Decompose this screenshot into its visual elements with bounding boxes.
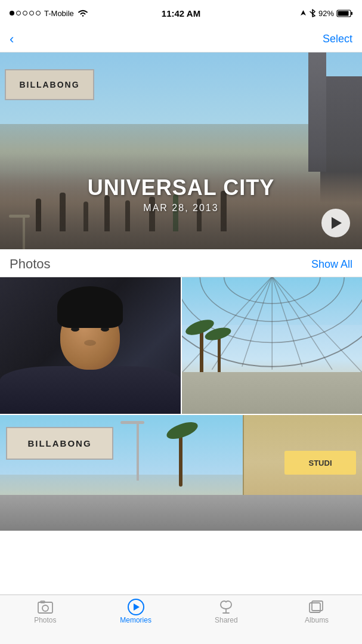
wide-lamp: [131, 421, 144, 484]
svg-line-9: [242, 277, 271, 367]
photo-grid-top: [0, 277, 362, 414]
svg-line-11: [272, 277, 302, 367]
photos-section: Photos Show All: [0, 249, 362, 531]
tab-photos-label: Photos: [34, 616, 56, 624]
wide-background: BILLABONG STUDI: [0, 415, 362, 531]
studio-text: STUDI: [309, 459, 332, 467]
wide-billboard: BILLABONG: [6, 427, 113, 460]
svg-point-16: [42, 605, 48, 611]
battery-icon: [337, 10, 352, 17]
signal-dots: [10, 11, 41, 16]
hero-image: BILLABONG UNIVERSAL CITY MAR 28, 2013: [0, 52, 362, 249]
carrier-label: T-Mobile: [44, 9, 74, 18]
shared-tab-icon: [218, 600, 234, 614]
photos-label: Photos: [10, 256, 51, 272]
svg-rect-1: [351, 12, 353, 15]
signal-dot-4: [29, 11, 34, 16]
signal-dot-1: [10, 11, 14, 16]
wide-billboard-text: BILLABONG: [27, 438, 91, 448]
hair: [57, 286, 123, 328]
photo-wide[interactable]: BILLABONG STUDI: [0, 414, 362, 531]
wide-ground: [0, 495, 362, 531]
billboard-text: BILLABONG: [19, 80, 79, 89]
location-icon: [300, 10, 307, 17]
hero-date: MAR 28, 2013: [0, 203, 362, 213]
signal-dot-3: [23, 11, 27, 16]
tab-albums-label: Albums: [305, 616, 329, 624]
svg-line-13: [272, 277, 362, 373]
selfie-background: [0, 277, 181, 414]
palm-trunk-1: [200, 330, 203, 378]
battery-percentage: 92%: [318, 9, 334, 18]
play-icon: [332, 217, 342, 229]
jacket: [0, 366, 181, 414]
nose: [84, 340, 96, 346]
status-right: 92%: [300, 9, 352, 18]
status-bar: T-Mobile 11:42 AM 92%: [0, 0, 362, 26]
memories-tab-icon: [128, 600, 144, 614]
ground-buildings: [182, 372, 363, 414]
memories-ring: [128, 599, 144, 615]
tab-shared-label: Shared: [215, 616, 238, 624]
photo-dome[interactable]: [181, 277, 363, 414]
play-button[interactable]: [321, 209, 350, 237]
tab-memories[interactable]: Memories: [91, 600, 181, 624]
photos-header: Photos Show All: [0, 249, 362, 277]
bluetooth-icon: [310, 9, 315, 17]
dome-background: [182, 277, 363, 414]
studio-sign: STUDI: [284, 451, 356, 475]
tab-albums[interactable]: Albums: [271, 600, 362, 624]
hero-title: UNIVERSAL CITY: [0, 175, 362, 200]
svg-rect-2: [338, 11, 349, 16]
tab-memories-label: Memories: [120, 616, 151, 624]
photos-tab-icon: [37, 600, 54, 614]
tab-photos[interactable]: Photos: [0, 600, 91, 624]
wifi-icon: [78, 10, 88, 17]
signal-dot-5: [36, 11, 41, 16]
nav-bar: ‹ Select: [0, 26, 362, 52]
albums-tab-icon: [308, 600, 325, 614]
select-button[interactable]: Select: [323, 33, 352, 45]
face-container: [57, 286, 123, 370]
billboard-sign: BILLABONG: [5, 69, 94, 100]
signal-dot-2: [16, 11, 21, 16]
photo-selfie[interactable]: [0, 277, 181, 414]
back-button[interactable]: ‹: [10, 32, 14, 47]
svg-line-12: [272, 277, 332, 370]
hero-text-block: UNIVERSAL CITY MAR 28, 2013: [0, 175, 362, 213]
status-time: 11:42 AM: [162, 8, 200, 18]
svg-line-8: [212, 277, 272, 370]
show-all-button[interactable]: Show All: [311, 258, 352, 271]
tab-shared[interactable]: Shared: [181, 600, 272, 624]
status-left: T-Mobile: [10, 9, 88, 18]
memories-play-arrow: [134, 603, 140, 611]
tab-bar: Photos Memories Shared Albums: [0, 595, 362, 644]
